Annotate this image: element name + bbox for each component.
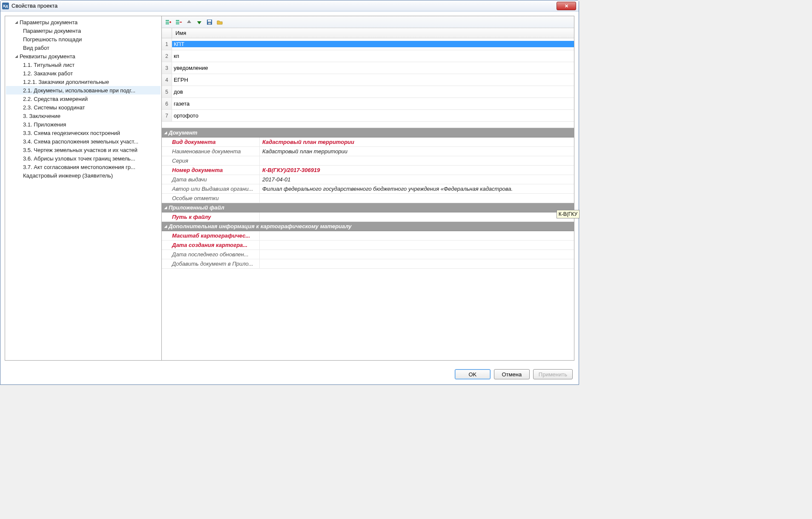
remove-row-icon[interactable] bbox=[175, 18, 183, 26]
svg-rect-0 bbox=[166, 20, 169, 21]
toolbar bbox=[162, 16, 574, 28]
prop-value[interactable] bbox=[260, 194, 574, 203]
tree-label: Параметры документа bbox=[20, 19, 77, 26]
prop-label: Особые отметки bbox=[162, 194, 260, 203]
prop-row-issue-date[interactable]: Дата выдачи 2017-04-01 bbox=[162, 175, 574, 184]
prop-row-scale[interactable]: Масштаб картографичес... bbox=[162, 231, 574, 241]
tree-item[interactable]: 1.1. Титульный лист bbox=[6, 60, 161, 69]
ok-button[interactable]: OK bbox=[455, 369, 491, 379]
prop-label: Вид документа bbox=[162, 138, 260, 146]
prop-row-series[interactable]: Серия bbox=[162, 156, 574, 166]
prop-row-file-path[interactable]: Путь к файлу bbox=[162, 212, 574, 222]
close-button[interactable] bbox=[557, 2, 576, 10]
list-row[interactable]: 1КПТ bbox=[162, 38, 574, 50]
list-cell[interactable]: кп bbox=[172, 53, 574, 59]
tree-label: Реквизиты документа bbox=[20, 53, 75, 60]
prop-row-special[interactable]: Особые отметки bbox=[162, 194, 574, 203]
tree-group-parameters[interactable]: ◢ Параметры документа bbox=[6, 18, 161, 26]
tree-item[interactable]: 2.2. Средства измерений bbox=[6, 95, 161, 103]
tree-item[interactable]: 1.2. Заказчик работ bbox=[6, 69, 161, 77]
tree-item[interactable]: 3.5. Чертеж земельных участков и их част… bbox=[6, 146, 161, 154]
prop-value[interactable]: 2017-04-01 bbox=[260, 175, 574, 184]
expand-icon[interactable]: ◢ bbox=[14, 20, 19, 25]
group-header-document[interactable]: ◢Документ bbox=[162, 128, 574, 138]
list-header: Имя bbox=[162, 28, 574, 38]
prop-label: Масштаб картографичес... bbox=[162, 231, 260, 240]
prop-label: Серия bbox=[162, 156, 260, 165]
list-row[interactable]: 2кп bbox=[162, 50, 574, 62]
tree-item[interactable]: Кадастровый инженер (Заявитель) bbox=[6, 171, 161, 180]
prop-value[interactable] bbox=[260, 259, 574, 268]
add-row-icon[interactable] bbox=[164, 18, 173, 26]
tree-item-selected[interactable]: 2.1. Документы, использованные при подг.… bbox=[6, 86, 161, 95]
list-row[interactable]: 3уведомление bbox=[162, 62, 574, 74]
svg-rect-8 bbox=[208, 23, 211, 24]
tree-item[interactable]: 3.1. Приложения bbox=[6, 120, 161, 129]
svg-rect-2 bbox=[166, 23, 169, 24]
prop-row-doc-num[interactable]: Номер документа К-В(ГКУ)/2017-306919 bbox=[162, 166, 574, 175]
details-panel: Имя 1КПТ 2кп 3уведомление 4ЕГРН 5дов 6га… bbox=[162, 16, 574, 360]
prop-value[interactable]: Кадастровый план территории bbox=[260, 147, 574, 156]
tree-item[interactable]: 3.4. Схема расположения земельных участ.… bbox=[6, 137, 161, 146]
tree-item[interactable]: 3.6. Абрисы узловых точек границ земель.… bbox=[6, 154, 161, 163]
dialog-window: Кд Свойства проекта ◢ Параметры документ… bbox=[0, 0, 579, 385]
expand-icon[interactable]: ◢ bbox=[14, 54, 19, 59]
prop-label: Путь к файлу bbox=[162, 212, 260, 221]
move-down-icon[interactable] bbox=[195, 18, 204, 26]
prop-row-update-date[interactable]: Дата последнего обновлен... bbox=[162, 250, 574, 259]
group-header-file[interactable]: ◢Приложенный файл bbox=[162, 203, 574, 212]
prop-value[interactable] bbox=[260, 250, 574, 259]
tree-item[interactable]: 3.3. Схема геодезических построений bbox=[6, 129, 161, 137]
app-icon: Кд bbox=[2, 3, 9, 9]
save-icon[interactable] bbox=[205, 18, 214, 26]
prop-value[interactable] bbox=[260, 212, 574, 221]
prop-value[interactable]: Кадастровый план территории bbox=[260, 138, 574, 146]
titlebar[interactable]: Кд Свойства проекта bbox=[0, 0, 579, 11]
list-cell[interactable]: газета bbox=[172, 100, 574, 107]
tree-item[interactable]: Параметры документа bbox=[6, 26, 161, 35]
prop-label: Дата выдачи bbox=[162, 175, 260, 184]
prop-row-add-attach[interactable]: Добавить документ в Прило... bbox=[162, 259, 574, 269]
cancel-button[interactable]: Отмена bbox=[494, 369, 530, 379]
list-row[interactable]: 7ортофото bbox=[162, 110, 574, 122]
group-header-carto[interactable]: ◢Дополнительная информация к картографич… bbox=[162, 222, 574, 231]
list-cell[interactable]: ортофото bbox=[172, 112, 574, 119]
prop-row-doc-name[interactable]: Наименование документа Кадастровый план … bbox=[162, 147, 574, 156]
prop-label: Автор или Выдавшая органи... bbox=[162, 184, 260, 193]
prop-value[interactable] bbox=[260, 156, 574, 165]
tooltip: К-В(ГКУ bbox=[557, 210, 580, 218]
list-row[interactable]: 4ЕГРН bbox=[162, 74, 574, 86]
column-header-name[interactable]: Имя bbox=[172, 30, 574, 36]
list-row[interactable]: 5дов bbox=[162, 86, 574, 98]
list-cell-selected[interactable]: КПТ bbox=[172, 41, 574, 47]
window-title: Свойства проекта bbox=[11, 3, 577, 9]
list-cell[interactable]: уведомление bbox=[172, 65, 574, 71]
list-body: 1КПТ 2кп 3уведомление 4ЕГРН 5дов 6газета… bbox=[162, 38, 574, 122]
prop-row-create-date[interactable]: Дата создания картогра... bbox=[162, 241, 574, 250]
tree-item[interactable]: 2.3. Системы координат bbox=[6, 103, 161, 112]
svg-rect-5 bbox=[176, 23, 179, 24]
tree-panel: ◢ Параметры документа Параметры документ… bbox=[5, 16, 162, 360]
tree-group-requisites[interactable]: ◢ Реквизиты документа bbox=[6, 52, 161, 60]
prop-row-doc-type[interactable]: Вид документа Кадастровый план территори… bbox=[162, 138, 574, 147]
tree-item[interactable]: Вид работ bbox=[6, 43, 161, 52]
move-up-icon[interactable] bbox=[185, 18, 193, 26]
apply-button[interactable]: Применить bbox=[533, 369, 573, 379]
list-cell[interactable]: ЕГРН bbox=[172, 77, 574, 83]
property-grid: ◢Документ Вид документа Кадастровый план… bbox=[162, 128, 574, 269]
open-icon[interactable] bbox=[215, 18, 224, 26]
prop-value[interactable] bbox=[260, 241, 574, 249]
prop-value[interactable] bbox=[260, 231, 574, 240]
svg-rect-7 bbox=[208, 20, 211, 22]
prop-label: Добавить документ в Прило... bbox=[162, 259, 260, 268]
tree-item[interactable]: Погрешность площади bbox=[6, 35, 161, 43]
prop-value[interactable]: К-В(ГКУ)/2017-306919 bbox=[260, 166, 574, 175]
tree-item[interactable]: 3. Заключение bbox=[6, 112, 161, 120]
prop-label: Номер документа bbox=[162, 166, 260, 175]
list-cell[interactable]: дов bbox=[172, 89, 574, 95]
tree-item[interactable]: 3.7. Акт согласования местоположения гр.… bbox=[6, 163, 161, 171]
prop-row-author[interactable]: Автор или Выдавшая органи... Филиал феде… bbox=[162, 184, 574, 194]
prop-value[interactable]: Филиал федерального государственного бюд… bbox=[260, 184, 574, 193]
tree-item[interactable]: 1.2.1. Заказчики дополнительные bbox=[6, 77, 161, 86]
list-row[interactable]: 6газета bbox=[162, 98, 574, 110]
